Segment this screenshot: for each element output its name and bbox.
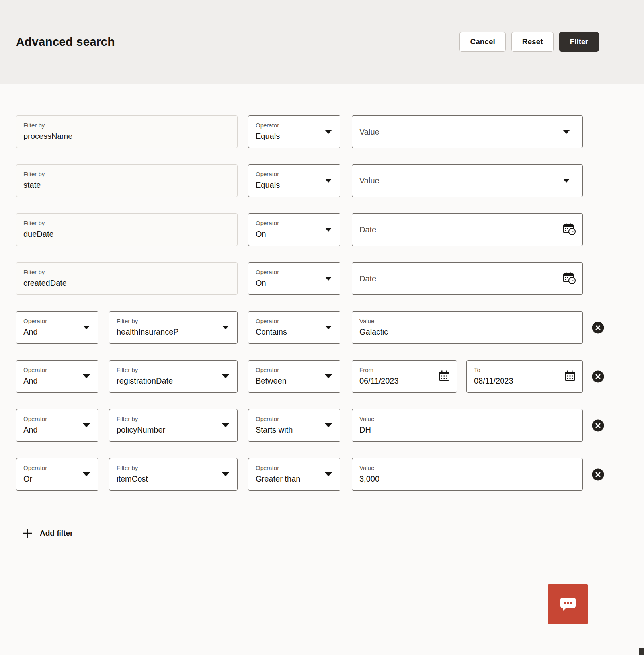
header-actions: Cancel Reset Filter [459,32,599,52]
reset-button[interactable]: Reset [511,32,554,52]
to-date-input[interactable]: To 08/11/2023 [466,360,583,393]
filter-by-select[interactable]: Filter by itemCost [109,458,238,491]
field-label: Operator [256,366,333,374]
field-label: Operator [256,318,333,325]
calendar-clock-icon[interactable] [562,222,576,237]
field-label: Operator [23,464,91,472]
field-label: Operator [256,415,333,423]
value-input[interactable]: Value DH [352,409,583,442]
from-date-input[interactable]: From 06/11/2023 [352,360,457,393]
conjunction-select[interactable]: Operator And [16,311,98,344]
field-value: registrationDate [117,376,230,386]
field-value: dueDate [23,229,230,239]
filter-row-processname: Filter by processName Operator Equals Va… [16,115,628,148]
operator-select[interactable]: Operator On [248,213,340,246]
field-value: Or [23,474,91,484]
calendar-icon[interactable] [564,370,576,383]
remove-filter-button[interactable] [592,419,604,432]
date-placeholder: Date [359,274,376,283]
field-value: DH [359,425,575,435]
remove-filter-button[interactable] [592,370,604,383]
chevron-down-icon[interactable] [563,130,570,134]
operator-select[interactable]: Operator Contains [248,311,340,344]
field-value: And [23,327,91,337]
operator-select[interactable]: Operator Greater than [248,458,340,491]
date-input[interactable]: Date [352,213,583,246]
calendar-clock-icon[interactable] [562,271,576,286]
conjunction-select[interactable]: Operator And [16,409,98,442]
field-value: itemCost [117,474,230,484]
filter-builder: Filter by processName Operator Equals Va… [0,84,644,540]
close-icon [592,322,604,334]
chevron-down-icon [325,326,332,329]
chevron-down-icon [325,277,332,281]
field-label: Operator [256,171,333,178]
filter-by-field[interactable]: Filter by createdDate [16,262,238,295]
operator-select[interactable]: Operator Between [248,360,340,393]
close-icon [592,468,604,481]
field-label: Filter by [117,318,230,325]
chevron-down-icon[interactable] [563,179,570,183]
field-value: On [256,278,333,288]
value-input[interactable]: Value 3,000 [352,458,583,491]
filter-row-registrationdate: Operator And Filter by registrationDate … [16,360,628,393]
filter-by-field[interactable]: Filter by processName [16,115,238,148]
field-label: Operator [23,366,91,374]
field-value: Equals [256,131,333,141]
chevron-down-icon [83,472,90,476]
operator-select[interactable]: Operator On [248,262,340,295]
value-combobox[interactable]: Value [352,164,583,197]
chevron-down-icon [83,326,90,329]
field-value: Between [256,376,333,386]
cancel-button[interactable]: Cancel [459,32,505,52]
filter-by-field[interactable]: Filter by state [16,164,238,197]
remove-filter-button[interactable] [592,468,604,481]
field-label: Filter by [23,269,230,276]
add-filter-button[interactable]: Add filter [22,528,73,539]
filter-row-itemcost: Operator Or Filter by itemCost Operator … [16,458,628,491]
chevron-down-icon [325,374,332,378]
conjunction-select[interactable]: Operator And [16,360,98,393]
value-combobox[interactable]: Value [352,115,583,148]
chat-icon [558,594,578,614]
field-value: On [256,229,333,239]
field-value: Equals [256,180,333,190]
field-label: Operator [256,122,333,129]
field-label: Operator [256,464,333,472]
field-label: Filter by [117,415,230,423]
chevron-down-icon [222,472,229,476]
filter-row-duedate: Filter by dueDate Operator On Date [16,213,628,246]
field-label: Operator [256,220,333,227]
operator-select[interactable]: Operator Equals [248,164,340,197]
conjunction-select[interactable]: Operator Or [16,458,98,491]
remove-filter-button[interactable] [592,322,604,334]
calendar-icon[interactable] [438,370,450,383]
date-placeholder: Date [359,225,376,234]
filter-row-createddate: Filter by createdDate Operator On Date [16,262,628,295]
filter-row-healthinsurance: Operator And Filter by healthInsuranceP … [16,311,628,344]
chevron-down-icon [222,423,229,427]
header: Advanced search Cancel Reset Filter [0,0,644,84]
field-value: And [23,376,91,386]
value-placeholder: Value [359,127,379,136]
field-value: 3,000 [359,474,575,484]
close-icon [592,370,604,383]
date-range: From 06/11/2023 [352,360,583,393]
filter-by-select[interactable]: Filter by registrationDate [109,360,238,393]
filter-row-policynumber: Operator And Filter by policyNumber Oper… [16,409,628,442]
filter-by-select[interactable]: Filter by healthInsuranceP [109,311,238,344]
plus-icon [22,528,33,539]
chevron-down-icon [325,228,332,232]
filter-by-select[interactable]: Filter by policyNumber [109,409,238,442]
filter-button[interactable]: Filter [559,32,599,52]
chevron-down-icon [83,423,90,427]
field-label: Operator [23,415,91,423]
chat-button[interactable] [548,584,588,624]
field-label: Filter by [23,171,230,178]
date-input[interactable]: Date [352,262,583,295]
filter-by-field[interactable]: Filter by dueDate [16,213,238,246]
field-label: Value [359,464,575,472]
operator-select[interactable]: Operator Starts with [248,409,340,442]
value-input[interactable]: Value Galactic [352,311,583,344]
operator-select[interactable]: Operator Equals [248,115,340,148]
